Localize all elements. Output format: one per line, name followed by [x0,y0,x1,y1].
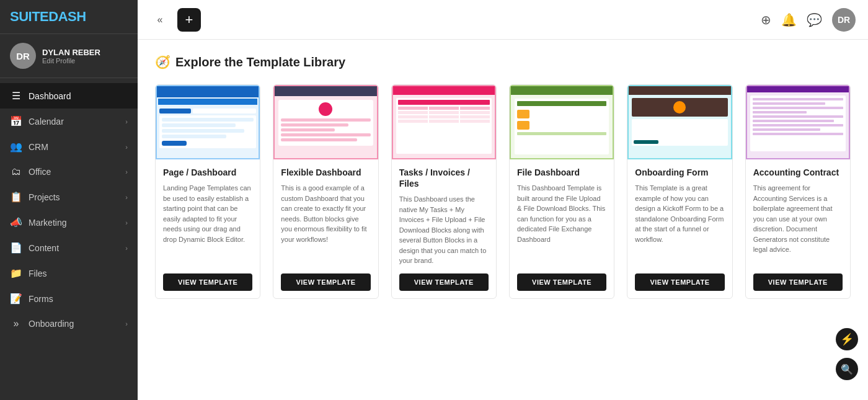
template-name: Tasks / Invoices / Files [399,167,489,189]
template-name: Onboarding Form [635,167,724,178]
view-template-button[interactable]: VIEW TEMPLATE [163,273,252,291]
template-description: This Dashboard uses the native My Tasks … [399,194,489,266]
template-card-flexible-dashboard: Flexible Dashboard This is a good exampl… [273,84,378,299]
view-template-button[interactable]: VIEW TEMPLATE [517,273,606,291]
sidebar-item-projects[interactable]: 📋 Projects › [0,184,138,210]
template-thumbnail [156,85,260,159]
sidebar-item-office[interactable]: 🗂 Office › [0,159,138,184]
chevron-right-icon: › [125,244,128,252]
template-name: File Dashboard [517,167,606,178]
sidebar-logo-area: SUITEDASH [0,0,138,34]
template-description: This Dashboard Template is built around … [517,183,606,266]
view-template-button[interactable]: VIEW TEMPLATE [399,273,489,291]
sidebar-item-label: Dashboard [29,91,128,101]
sidebar-item-label: Forms [29,294,128,304]
sidebar-item-label: CRM [29,142,119,152]
chevron-right-icon: › [125,143,128,151]
sidebar-item-label: Files [29,269,128,278]
sidebar-item-label: Content [29,243,119,253]
projects-icon: 📋 [10,191,22,203]
chat-icon[interactable]: 💬 [807,12,822,27]
template-card-tasks-invoices-files: Tasks / Invoices / Files This Dashboard … [391,84,497,299]
template-info: Page / Dashboard Landing Page Templates … [156,159,260,298]
section-title-text: Explore the Template Library [175,55,345,69]
topbar-left: « + [150,8,201,32]
collapse-icon: « [157,14,163,25]
template-card-onboarding-form: Onboarding Form This Template is a great… [627,84,732,299]
dashboard-icon: ☰ [10,90,22,102]
user-avatar-button[interactable]: DR [832,8,856,32]
template-card-file-dashboard: File Dashboard This Dashboard Template i… [509,84,614,299]
sidebar-item-label: Office [29,167,119,177]
section-title: 🧭 Explore the Template Library [155,55,851,69]
bell-icon[interactable]: 🔔 [781,12,797,27]
office-icon: 🗂 [10,166,22,177]
sidebar-item-crm[interactable]: 👥 CRM › [0,134,138,159]
sidebar-item-content[interactable]: 📄 Content › [0,235,138,260]
profile-info: DYLAN REBER Edit Profile [42,48,100,64]
sidebar: SUITEDASH DR DYLAN REBER Edit Profile ☰ … [0,0,138,400]
template-card-page-dashboard: Page / Dashboard Landing Page Templates … [155,84,260,299]
compass-icon: 🧭 [155,55,170,69]
files-icon: 📁 [10,267,22,279]
sidebar-item-label: Calendar [29,117,119,127]
template-description: This Template is a great example of how … [635,183,724,266]
template-description: This agreement for Accounting Services i… [753,183,843,266]
sidebar-item-dashboard[interactable]: ☰ Dashboard [0,83,138,109]
view-template-button[interactable]: VIEW TEMPLATE [281,273,370,291]
sidebar-item-forms[interactable]: 📝 Forms [0,286,138,311]
template-description: Landing Page Templates can be used to ea… [163,183,252,266]
crm-icon: 👥 [10,141,22,153]
template-thumbnail [510,85,614,159]
main-area: « + ⊕ 🔔 💬 DR 🧭 Explore the Template Libr… [138,0,868,400]
onboarding-icon: » [10,318,22,329]
sidebar-item-label: Projects [29,192,119,202]
collapse-sidebar-button[interactable]: « [150,10,170,30]
search-float-button[interactable]: 🔍 [836,358,858,380]
chevron-right-icon: › [125,168,128,176]
sidebar-nav: ☰ Dashboard 📅 Calendar › 👥 CRM › 🗂 Offic… [0,78,138,400]
view-template-button[interactable]: VIEW TEMPLATE [635,273,724,291]
content-area: 🧭 Explore the Template Library [138,40,868,400]
profile-name: DYLAN REBER [42,48,100,57]
template-description: This is a good example of a custom Dashb… [281,183,370,266]
topbar: « + ⊕ 🔔 💬 DR [138,0,868,40]
sidebar-item-onboarding[interactable]: » Onboarding › [0,311,138,336]
help-icon[interactable]: ⊕ [761,12,771,27]
sidebar-item-calendar[interactable]: 📅 Calendar › [0,109,138,134]
chevron-right-icon: › [125,193,128,201]
template-thumbnail [273,85,378,159]
forms-icon: 📝 [10,293,22,304]
chevron-right-icon: › [125,118,128,125]
logo-suite: SUITE [10,9,48,24]
chevron-right-icon: › [125,320,128,327]
calendar-icon: 📅 [10,115,22,127]
template-info: Onboarding Form This Template is a great… [627,159,732,298]
add-button[interactable]: + [177,8,201,32]
sidebar-profile: DR DYLAN REBER Edit Profile [0,34,138,78]
sidebar-item-marketing[interactable]: 📣 Marketing › [0,210,138,235]
topbar-right: ⊕ 🔔 💬 DR [761,8,856,32]
template-thumbnail [746,85,850,159]
view-template-button[interactable]: VIEW TEMPLATE [753,273,843,291]
template-name: Accounting Contract [753,167,843,178]
sidebar-item-label: Marketing [29,218,119,228]
template-thumbnail [627,85,732,159]
chevron-right-icon: › [125,219,128,226]
plus-icon: + [185,12,193,28]
content-icon: 📄 [10,242,22,254]
template-info: Flexible Dashboard This is a good exampl… [273,159,378,298]
sidebar-item-files[interactable]: 📁 Files [0,260,138,286]
template-name: Page / Dashboard [163,167,252,178]
logo-dash: DASH [48,9,86,24]
edit-profile-link[interactable]: Edit Profile [42,57,100,64]
template-info: Tasks / Invoices / Files This Dashboard … [392,159,496,298]
marketing-icon: 📣 [10,216,22,228]
template-card-accounting-contract: Accounting Contract This agreement for A… [745,84,851,299]
logo-text: SUITEDASH [10,9,86,25]
template-info: File Dashboard This Dashboard Template i… [510,159,614,298]
template-name: Flexible Dashboard [281,167,370,178]
template-info: Accounting Contract This agreement for A… [746,159,850,298]
template-thumbnail [392,85,496,159]
lightning-button[interactable]: ⚡ [836,328,858,350]
